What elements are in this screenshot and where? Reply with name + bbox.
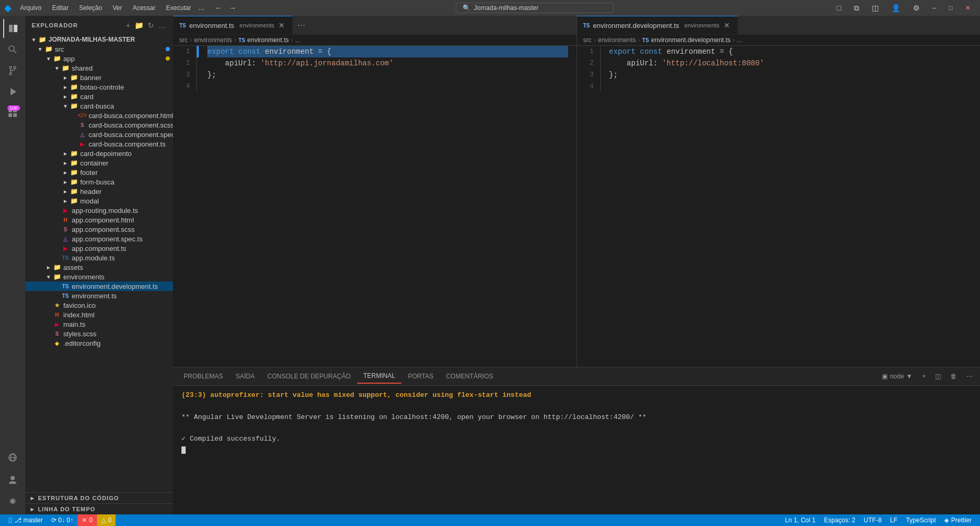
tab-env-development[interactable]: TS environment.development.ts environmen…	[577, 16, 738, 34]
tree-item-botao-controle[interactable]: ► 📁 botao-controle	[25, 82, 173, 92]
status-errors[interactable]: ✕ 0	[78, 514, 97, 526]
menu-more[interactable]: ...	[198, 3, 205, 13]
right-code-content[interactable]: 1 2 3 4 export const environment = { api…	[577, 46, 981, 367]
tree-item-main[interactable]: ► ▶ main.ts	[25, 319, 173, 329]
tree-item-environments[interactable]: ▼ 📁 environments	[25, 272, 173, 281]
status-position[interactable]: Ln 1, Col 1	[781, 517, 820, 524]
code-structure-header[interactable]: ► ESTRUTURA DO CÓDIGO	[25, 493, 173, 503]
tree-item-card-busca-spec[interactable]: ► △ card-busca.component.spec.ts	[25, 130, 173, 139]
tab-environment-ts[interactable]: TS environment.ts environments ✕	[173, 16, 293, 34]
activity-explorer[interactable]	[3, 19, 22, 38]
terminal-more-button[interactable]: ⋯	[963, 372, 976, 381]
breadcrumb-src[interactable]: src	[179, 36, 188, 44]
activity-debug[interactable]	[3, 82, 22, 101]
breadcrumb-src[interactable]: src	[583, 36, 592, 44]
tree-item-favicon[interactable]: ► ★ favicon.ico	[25, 300, 173, 310]
tab-comentarios[interactable]: COMENTÁRIOS	[440, 369, 499, 383]
tree-item-container[interactable]: ► 📁 container	[25, 158, 173, 168]
tree-item-routing[interactable]: ► ▶ app-routing.module.ts	[25, 206, 173, 215]
global-search-box[interactable]: 🔍 Jornada-milhas-master	[456, 3, 614, 13]
tab-terminal[interactable]: TERMINAL	[357, 369, 402, 384]
breadcrumb-environments[interactable]: environments	[598, 36, 636, 44]
tree-item-app[interactable]: ▼ 📁 app	[25, 54, 173, 63]
status-warnings[interactable]: △ 0	[97, 514, 116, 526]
terminal-prompt-line[interactable]	[181, 445, 972, 456]
tree-item-card[interactable]: ► 📁 card	[25, 92, 173, 101]
nav-back-button[interactable]: ←	[213, 3, 225, 13]
tree-item-modal[interactable]: ► 📁 modal	[25, 196, 173, 206]
breadcrumb-more[interactable]: ...	[295, 36, 301, 44]
activity-settings[interactable]	[3, 492, 22, 511]
status-spaces[interactable]: Espaços: 2	[820, 517, 859, 524]
menu-acessar[interactable]: Acessar	[128, 3, 159, 13]
breadcrumb-file[interactable]: environment.ts	[247, 36, 289, 44]
tree-item-banner[interactable]: ► 📁 banner	[25, 73, 173, 82]
split-icon[interactable]: ⧉	[849, 2, 864, 15]
terminal-split-button[interactable]: ◫	[932, 372, 944, 381]
status-eol[interactable]: LF	[886, 517, 902, 524]
new-file-button[interactable]: +	[125, 20, 131, 31]
tree-item-styles[interactable]: ► S styles.scss	[25, 329, 173, 338]
new-folder-button[interactable]: 📁	[133, 20, 145, 31]
tree-item-footer[interactable]: ► 📁 footer	[25, 168, 173, 177]
activity-search[interactable]	[3, 40, 22, 59]
breadcrumb-file[interactable]: environment.development.ts	[651, 36, 731, 44]
sidebar-more-button[interactable]: …	[157, 20, 167, 31]
tree-item-app-module[interactable]: ► TS app.module.ts	[25, 253, 173, 262]
left-code-content[interactable]: 1 2 3 4 export const environment = {	[173, 46, 577, 367]
tab-saida[interactable]: SAÍDA	[229, 369, 261, 383]
project-root[interactable]: ▼ 📁 JORNADA-MILHAS-MASTER	[25, 35, 173, 44]
breadcrumb-environments[interactable]: environments	[194, 36, 232, 44]
menu-arquivo[interactable]: Arquivo	[16, 3, 46, 13]
tree-item-src[interactable]: ▼ 📁 src	[25, 44, 173, 54]
tree-item-env-dev[interactable]: ► TS environment.development.ts	[25, 281, 173, 291]
status-branch[interactable]: ⌷ ⎇ master	[4, 517, 47, 524]
tree-item-app-spec[interactable]: ► △ app.component.spec.ts	[25, 234, 173, 243]
refresh-button[interactable]: ↻	[147, 20, 155, 31]
terminal-add-button[interactable]: +	[919, 372, 929, 381]
tree-item-app-scss[interactable]: ► S app.component.scss	[25, 225, 173, 234]
nav-forward-button[interactable]: →	[227, 3, 238, 13]
account-icon[interactable]: 👤	[886, 2, 906, 15]
tree-item-card-busca-ts[interactable]: ► ▶ card-busca.component.ts	[25, 139, 173, 149]
tree-item-app-html[interactable]: ► H app.component.html	[25, 215, 173, 225]
activity-git[interactable]	[3, 61, 22, 80]
panel-icon[interactable]: ◫	[867, 2, 884, 15]
activity-remote[interactable]	[3, 448, 22, 467]
status-encoding[interactable]: UTF-8	[860, 517, 886, 524]
menu-executar[interactable]: Executar	[162, 3, 195, 13]
activity-extensions[interactable]: 10K	[3, 103, 22, 122]
tree-item-header[interactable]: ► 📁 header	[25, 187, 173, 196]
tree-item-assets[interactable]: ► 📁 assets	[25, 262, 173, 272]
status-prettier[interactable]: ◈ Prettier	[940, 517, 976, 524]
timeline-header[interactable]: ► LINHA DO TEMPO	[25, 504, 173, 514]
tree-item-editorconfig[interactable]: ► ◆ .editorconfig	[25, 338, 173, 348]
activity-account[interactable]	[3, 470, 22, 489]
status-language[interactable]: TypeScript	[902, 517, 940, 524]
settings-icon[interactable]: ⚙	[908, 2, 925, 15]
breadcrumb-more[interactable]: ...	[737, 36, 742, 44]
tree-item-card-busca-html[interactable]: ► </> card-busca.component.html	[25, 111, 173, 120]
tab-close-button[interactable]: ✕	[723, 21, 731, 30]
tree-item-app-ts[interactable]: ► ▶ app.component.ts	[25, 243, 173, 253]
terminal-content[interactable]: (23:3) autoprefixer: start value has mix…	[173, 386, 980, 514]
menu-editar[interactable]: Editar	[48, 3, 73, 13]
close-button[interactable]: ✕	[960, 2, 976, 15]
menu-selecao[interactable]: Seleção	[75, 3, 106, 13]
maximize-button[interactable]: □	[944, 2, 958, 15]
tab-portas[interactable]: PORTAS	[401, 369, 439, 383]
tree-item-form-busca[interactable]: ► 📁 form-busca	[25, 177, 173, 187]
tree-item-card-busca-scss[interactable]: ► S card-busca.component.scss	[25, 120, 173, 130]
tab-more-button[interactable]: ⋯	[293, 16, 310, 34]
tree-item-index[interactable]: ► H index.html	[25, 310, 173, 319]
tree-item-card-depoimento[interactable]: ► 📁 card-depoimento	[25, 149, 173, 158]
layout-icon[interactable]: □	[832, 2, 847, 15]
terminal-trash-button[interactable]: 🗑	[947, 372, 960, 381]
tree-item-env[interactable]: ► TS environment.ts	[25, 291, 173, 300]
tree-item-card-busca[interactable]: ▼ 📁 card-busca	[25, 101, 173, 111]
minimize-button[interactable]: –	[927, 2, 941, 15]
tab-console[interactable]: CONSOLE DE DEPURAÇÃO	[261, 369, 357, 383]
tab-problemas[interactable]: PROBLEMAS	[177, 369, 229, 383]
terminal-node-button[interactable]: ▣ node ▼	[879, 372, 916, 381]
tab-close-button[interactable]: ✕	[277, 21, 286, 30]
